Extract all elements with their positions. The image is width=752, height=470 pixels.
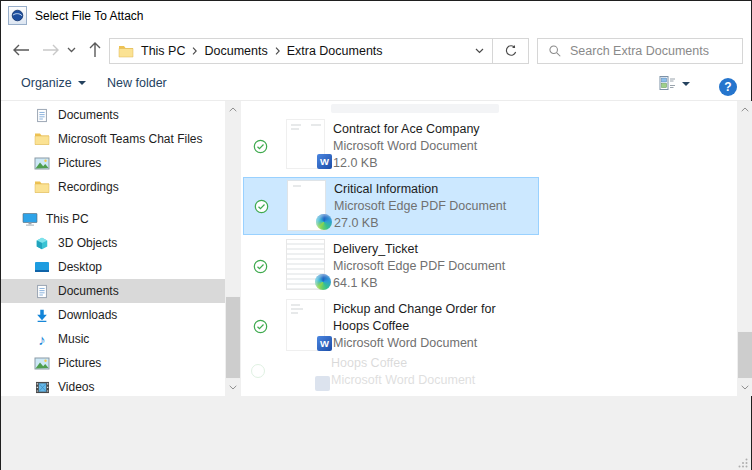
sidebar-item-teams-chat-files[interactable]: Microsoft Teams Chat Files	[1, 127, 225, 151]
folder-icon	[34, 179, 50, 195]
file-size: 64.1 KB	[333, 275, 505, 292]
title-bar: Select File To Attach	[1, 1, 751, 31]
file-size: 27.0 KB	[334, 215, 506, 232]
navigation-pane: Documents Microsoft Teams Chat Files Pic…	[1, 101, 225, 396]
view-options-icon	[659, 75, 676, 92]
breadcrumb-extra-documents[interactable]: Extra Documents	[287, 44, 383, 58]
sidebar-item-label: Music	[58, 332, 89, 346]
ghost-file-type: Microsoft Word Document	[331, 373, 475, 387]
file-name: Pickup and Change Order for Hoops Coffee	[333, 301, 519, 335]
sidebar-item-pictures[interactable]: Pictures	[1, 151, 225, 175]
chevron-down-icon	[67, 47, 76, 53]
new-folder-button[interactable]: New folder	[107, 76, 167, 90]
sync-status-check-icon	[253, 259, 268, 274]
file-item-pickup-and-change-order[interactable]: W Pickup and Change Order for Hoops Coff…	[243, 298, 539, 354]
sidebar-item-label: Pictures	[58, 356, 101, 370]
sidebar-item-label: Documents	[58, 284, 119, 298]
sidebar-item-this-pc[interactable]: This PC	[1, 207, 225, 231]
sidebar-item-label: 3D Objects	[58, 236, 117, 250]
sidebar-item-label: Pictures	[58, 156, 101, 170]
file-list-scrollbar[interactable]	[737, 101, 752, 396]
sidebar-item-music[interactable]: ♪ Music	[1, 327, 225, 351]
sidebar-item-documents-selected[interactable]: Documents	[1, 279, 225, 303]
folder-icon	[34, 131, 50, 147]
sidebar-item-label: Downloads	[58, 308, 117, 322]
file-size: 12.0 KB	[333, 155, 480, 172]
refresh-icon	[504, 44, 518, 58]
file-type: Microsoft Word Document	[333, 138, 480, 155]
word-file-icon: W	[317, 154, 332, 169]
breadcrumb-this-pc[interactable]: This PC	[141, 44, 185, 58]
address-bar[interactable]: This PC Documents Extra Documents	[109, 38, 529, 64]
sidebar-scrollbar[interactable]	[225, 101, 241, 396]
help-button[interactable]: ?	[719, 78, 737, 96]
search-box[interactable]	[537, 38, 743, 64]
sidebar-item-videos[interactable]: Videos	[1, 375, 225, 396]
word-file-icon	[315, 376, 330, 391]
sidebar-item-documents[interactable]: Documents	[1, 103, 225, 127]
sidebar-item-recordings[interactable]: Recordings	[1, 175, 225, 199]
back-button[interactable]	[9, 39, 33, 61]
document-icon	[34, 283, 50, 299]
file-item-contract-for-ace-company[interactable]: W Contract for Ace Company Microsoft Wor…	[243, 118, 539, 175]
chevron-down-icon	[475, 48, 484, 54]
sidebar-item-label: Desktop	[58, 260, 102, 274]
faded-scroll-artifact-top	[331, 104, 499, 113]
breadcrumb-documents[interactable]: Documents	[204, 44, 267, 58]
pictures-icon	[34, 155, 50, 171]
sync-status-check-icon	[253, 139, 268, 154]
file-name: Delivery_Ticket	[333, 241, 505, 258]
file-name: Critical Information	[334, 181, 506, 198]
scrollbar-thumb[interactable]	[225, 296, 241, 379]
sidebar-item-label: Documents	[58, 108, 119, 122]
ghost-file-name: Hoops Coffee	[331, 356, 407, 370]
sidebar-item-label: Recordings	[58, 180, 119, 194]
download-arrow-icon	[34, 307, 50, 323]
scroll-down-icon[interactable]	[225, 379, 241, 396]
sidebar-item-3d-objects[interactable]: 3D Objects	[1, 231, 225, 255]
refresh-button[interactable]	[492, 39, 528, 63]
dialog-footer: File name: All Files (*.*) Open Cancel	[1, 396, 751, 470]
sidebar-item-label: Videos	[58, 380, 94, 394]
sidebar-item-label: This PC	[46, 212, 89, 226]
file-item-critical-information[interactable]: Critical Information Microsoft Edge PDF …	[243, 177, 539, 235]
edge-file-icon	[315, 274, 331, 290]
folder-icon	[118, 44, 134, 58]
scroll-down-icon[interactable]	[737, 379, 752, 396]
edge-file-icon	[316, 214, 332, 230]
back-arrow-icon	[11, 44, 31, 56]
sidebar-item-downloads[interactable]: Downloads	[1, 303, 225, 327]
sync-status-check-icon	[251, 364, 265, 378]
pictures-icon	[34, 355, 50, 371]
recent-locations-button[interactable]	[63, 39, 79, 61]
up-button[interactable]	[83, 39, 107, 61]
app-icon	[8, 6, 27, 25]
caret-down-icon	[682, 82, 690, 86]
scrollbar-thumb[interactable]	[737, 331, 752, 379]
forward-button[interactable]	[39, 39, 63, 61]
address-dropdown-button[interactable]	[466, 39, 492, 63]
file-type: Microsoft Word Document	[333, 335, 519, 352]
resize-grip[interactable]	[738, 458, 748, 468]
music-note-icon: ♪	[34, 331, 50, 347]
command-toolbar: Organize New folder	[1, 67, 751, 101]
file-item-delivery-ticket[interactable]: Delivery_Ticket Microsoft Edge PDF Docum…	[243, 238, 539, 295]
cube-icon	[34, 235, 50, 251]
breadcrumb-separator-icon	[192, 47, 197, 55]
file-dialog-window: Select File To Attach This PC Documents …	[0, 0, 752, 470]
file-name: Contract for Ace Company	[333, 121, 480, 138]
organize-menu-button[interactable]: Organize	[21, 76, 86, 90]
sidebar-item-desktop[interactable]: Desktop	[1, 255, 225, 279]
scroll-up-icon[interactable]	[737, 101, 752, 118]
word-file-icon: W	[317, 336, 332, 351]
caret-down-icon	[78, 81, 86, 85]
window-title: Select File To Attach	[35, 9, 144, 23]
file-type: Microsoft Edge PDF Document	[333, 258, 505, 275]
search-input[interactable]	[570, 44, 742, 58]
organize-label: Organize	[21, 76, 72, 90]
new-folder-label: New folder	[107, 76, 167, 90]
change-view-button[interactable]	[659, 75, 690, 92]
sidebar-item-pictures-2[interactable]: Pictures	[1, 351, 225, 375]
search-icon	[548, 44, 562, 58]
scroll-up-icon[interactable]	[225, 101, 241, 118]
